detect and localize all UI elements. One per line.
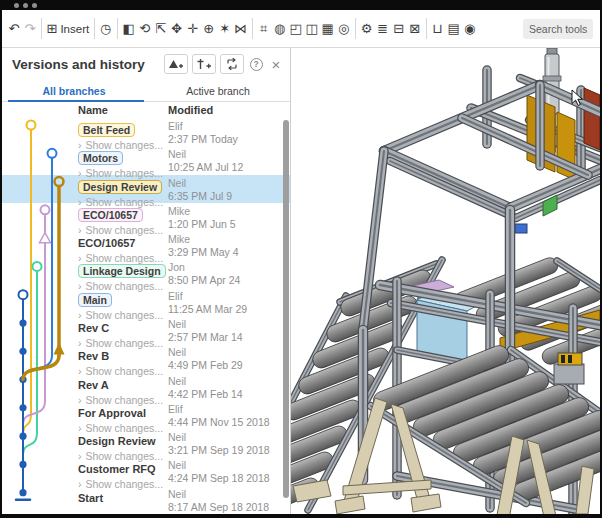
window-control-dot[interactable] xyxy=(32,3,37,8)
toolbar-separator xyxy=(355,18,356,39)
version-row[interactable]: Rev C› Show changes...Neil2:57 PM Mar 14 xyxy=(2,316,290,344)
insert-icon: ⊞ xyxy=(47,22,58,35)
version-row[interactable]: Linkage Design› Show changes...Jon8:50 P… xyxy=(2,259,290,287)
snap-icon: ⊕ xyxy=(203,22,214,35)
move-button[interactable]: ✛ xyxy=(185,16,200,42)
connect-icon: ⊠ xyxy=(409,22,420,35)
fasten-button[interactable]: ◎ xyxy=(336,16,351,42)
mirror-icon: ⋈ xyxy=(234,22,247,35)
version-badge[interactable]: Linkage Design xyxy=(78,264,166,278)
history-button[interactable]: ◷ xyxy=(98,16,113,42)
version-author: Neil xyxy=(168,318,290,330)
scrollbar-thumb[interactable] xyxy=(283,120,289,498)
redo-button[interactable]: ↷ xyxy=(23,16,38,42)
version-row[interactable]: Motors› Show changes...Neil10:25 AM Jul … xyxy=(2,146,290,174)
rotate-button[interactable]: ⟲ xyxy=(137,16,152,42)
create-version-button[interactable] xyxy=(164,54,188,74)
pattern-button[interactable]: ⌗ xyxy=(256,16,271,42)
versions-history-panel: Versions and history xyxy=(2,48,291,514)
sensor[interactable] xyxy=(554,353,584,384)
mirror-button[interactable]: ⋈ xyxy=(233,16,248,42)
version-author: Mike xyxy=(168,205,290,217)
tab-active-branch[interactable]: Active branch xyxy=(146,80,290,101)
version-name: Design Review xyxy=(78,435,156,447)
gear-button[interactable]: ⚙ xyxy=(359,16,374,42)
column-headers: Name Modified xyxy=(2,102,290,118)
window-titlebar xyxy=(0,0,602,10)
orient-button[interactable]: ⇱ xyxy=(153,16,168,42)
version-badge[interactable]: Belt Feed xyxy=(78,123,135,137)
toolbar-separator xyxy=(94,18,95,39)
toolbar-separator xyxy=(117,18,118,39)
config-button[interactable]: ≣ xyxy=(375,16,390,42)
version-badge[interactable]: ECO/10657 xyxy=(78,208,143,222)
version-date: 8:17 AM Sep 18 2018 xyxy=(168,501,290,513)
explode-button[interactable]: ✶ xyxy=(217,16,232,42)
duplicate-button[interactable]: ◫ xyxy=(304,16,319,42)
sheet-button[interactable]: ▤ xyxy=(446,16,461,42)
red-panel[interactable] xyxy=(584,88,600,150)
tray-button[interactable]: ⊔ xyxy=(430,16,445,42)
help-icon: ? xyxy=(250,58,263,71)
version-date: 2:37 PM Today xyxy=(168,133,290,145)
fasten-icon: ◎ xyxy=(338,22,349,35)
section-view-button[interactable]: ◧ xyxy=(121,16,136,42)
blue-block[interactable] xyxy=(515,224,527,233)
connect-button[interactable]: ⊠ xyxy=(407,16,422,42)
3d-viewport[interactable] xyxy=(291,48,600,514)
version-date: 10:25 AM Jul 12 xyxy=(168,161,290,173)
version-row[interactable]: Belt Feed› Show changes...Elif2:37 PM To… xyxy=(2,118,290,146)
version-row[interactable]: ECO/10657› Show changes...Mike1:20 PM Ju… xyxy=(2,203,290,231)
version-date: 4:42 PM Feb 14 xyxy=(168,388,290,400)
transform-button[interactable]: ◰ xyxy=(288,16,303,42)
close-panel-button[interactable]: × xyxy=(268,54,284,74)
create-version-icon xyxy=(168,58,184,70)
history-icon: ◷ xyxy=(100,22,111,35)
measure-button[interactable]: ◍ xyxy=(272,16,287,42)
frame-icon: ⊟ xyxy=(393,22,404,35)
version-row[interactable]: Rev A› Show changes...Neil4:42 PM Feb 14 xyxy=(2,373,290,401)
version-row[interactable]: For Approval› Show changes...Elif4:44 PM… xyxy=(2,401,290,429)
create-branch-button[interactable] xyxy=(192,54,216,74)
search-tools-input[interactable] xyxy=(523,19,593,39)
compare-icon xyxy=(225,58,239,70)
version-badge[interactable]: Main xyxy=(78,293,112,307)
undo-button[interactable]: ↶ xyxy=(7,16,22,42)
window-control-dot[interactable] xyxy=(23,3,28,8)
version-name: Customer RFQ xyxy=(78,463,156,475)
version-row[interactable]: Main› Show changes...Elif11:25 AM Mar 29 xyxy=(2,288,290,316)
duplicate-icon: ◫ xyxy=(306,22,318,35)
grid-button[interactable]: ▦ xyxy=(320,16,335,42)
version-date: 4:44 PM Nov 15 2018 xyxy=(168,416,290,428)
version-row[interactable]: StartNeil8:17 AM Sep 18 2018 xyxy=(2,486,290,514)
version-row[interactable]: ECO/10657› Show changes...Mike3:29 PM Ma… xyxy=(2,231,290,259)
version-row[interactable]: Rev B› Show changes...Neil4:49 PM Feb 29 xyxy=(2,344,290,372)
version-badge[interactable]: Design Review xyxy=(78,180,162,194)
version-author: Neil xyxy=(168,431,290,443)
insert-button[interactable]: ⊞Insert xyxy=(46,16,91,42)
column-name: Name xyxy=(78,104,168,116)
pan-icon: ✥ xyxy=(171,22,182,35)
help-button[interactable]: ? xyxy=(248,54,264,74)
version-date: 4:49 PM Feb 29 xyxy=(168,359,290,371)
snap-button[interactable]: ⊕ xyxy=(201,16,216,42)
window-control-dot[interactable] xyxy=(14,3,19,8)
toolbar-separator xyxy=(41,18,42,39)
frame-button[interactable]: ⊟ xyxy=(391,16,406,42)
version-badge[interactable]: Motors xyxy=(78,151,123,165)
inspect-button[interactable]: ◉ xyxy=(462,16,477,42)
app-window: ↶↷⊞Insert◷◧⟲⇱✥✛⊕✶⋈⌗◍◰◫▦◎⚙≣⊟⊠⊔▤◉ Versions… xyxy=(0,0,602,518)
grid-icon: ▦ xyxy=(322,22,334,35)
tab-all-branches[interactable]: All branches xyxy=(2,80,146,101)
pan-button[interactable]: ✥ xyxy=(169,16,184,42)
version-row[interactable]: Design Review› Show changes...Neil3:21 P… xyxy=(2,429,290,457)
section-view-icon: ◧ xyxy=(123,22,135,35)
toolbar-separator xyxy=(426,18,427,39)
version-author: Neil xyxy=(168,488,290,500)
version-row[interactable]: Customer RFQ› Show changes...Neil4:24 PM… xyxy=(2,457,290,485)
version-author: Neil xyxy=(168,177,290,189)
version-name: Rev A xyxy=(78,379,109,391)
version-row[interactable]: Design Review› Show changes...Neil6:35 P… xyxy=(2,175,290,203)
compare-button[interactable] xyxy=(220,54,244,74)
panel-scrollbar xyxy=(283,120,289,514)
